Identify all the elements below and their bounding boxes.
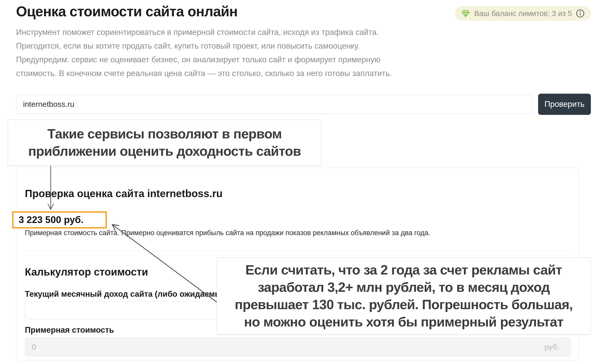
gem-icon [461,9,470,18]
callout-top: Такие сервисы позволяют в первом приближ… [8,120,321,166]
price-note: Примерная стоимость сайта. Примерно оцен… [25,229,568,237]
currency-suffix: руб. [545,343,559,351]
site-price-highlight-box: 3 223 500 руб. [12,211,107,228]
info-icon[interactable] [576,9,585,18]
estimated-price-input [25,337,571,356]
estimated-price-label: Примерная стоимость [25,325,114,335]
page: { "page": { "title": "Оценка стоимости с… [0,0,595,364]
callout-bottom: Если считать, что за 2 года за счет рекл… [217,257,591,335]
income-label: Текущий месячный доход сайта (либо ожида… [25,289,229,299]
limits-balance-label: Ваш баланс лимитов: 3 из 5 [474,9,572,18]
limits-balance-badge: Ваш баланс лимитов: 3 из 5 [455,6,591,21]
calculator-heading: Калькулятор стоимости [25,266,148,278]
divider [25,251,571,251]
check-button[interactable]: Проверить [538,94,591,115]
site-price-value: 3 223 500 руб. [19,214,84,225]
result-heading: Проверка оценка сайта internetboss.ru [25,188,222,199]
intro-text: Инструмент поможет сориентироваться в пр… [16,25,420,80]
page-title: Оценка стоимости сайта онлайн [16,3,237,20]
estimated-price-field: руб. [25,337,571,356]
domain-input[interactable] [16,95,532,114]
